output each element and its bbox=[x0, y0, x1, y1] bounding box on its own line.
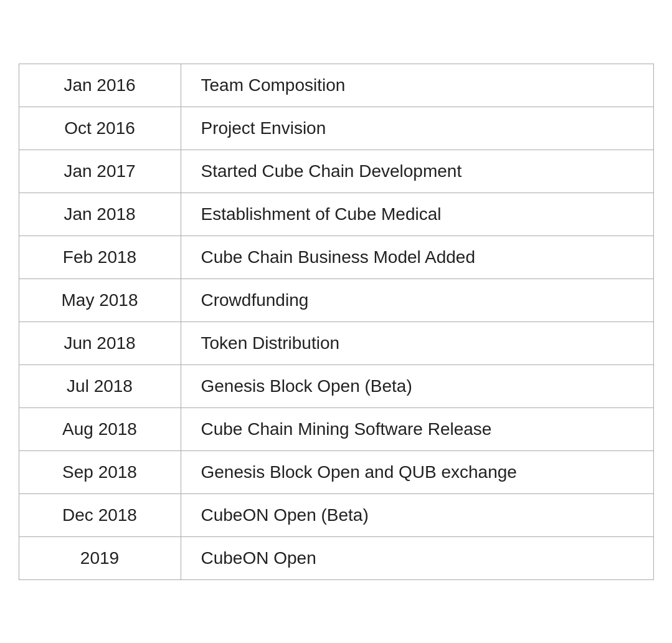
table-row: Dec 2018CubeON Open (Beta) bbox=[19, 494, 653, 537]
event-cell: Genesis Block Open (Beta) bbox=[181, 365, 653, 407]
event-cell: Token Distribution bbox=[181, 322, 653, 364]
event-cell: Started Cube Chain Development bbox=[181, 150, 653, 193]
table-row: Jan 2018Establishment of Cube Medical bbox=[19, 193, 653, 236]
table-row: May 2018Crowdfunding bbox=[19, 279, 653, 322]
event-cell: Team Composition bbox=[181, 64, 653, 107]
date-cell: Jun 2018 bbox=[19, 322, 181, 364]
table-row: Jun 2018Token Distribution bbox=[19, 322, 653, 365]
table-row: Aug 2018Cube Chain Mining Software Relea… bbox=[19, 408, 653, 451]
date-cell: 2019 bbox=[19, 537, 181, 579]
event-cell: CubeON Open (Beta) bbox=[181, 494, 653, 536]
date-cell: Jan 2018 bbox=[19, 193, 181, 236]
table-row: 2019CubeON Open bbox=[19, 537, 653, 579]
event-cell: Project Envision bbox=[181, 107, 653, 150]
table-row: Oct 2016Project Envision bbox=[19, 107, 653, 150]
event-cell: Cube Chain Mining Software Release bbox=[181, 408, 653, 450]
event-cell: Cube Chain Business Model Added bbox=[181, 236, 653, 279]
date-cell: Jan 2017 bbox=[19, 150, 181, 193]
event-cell: Genesis Block Open and QUB exchange bbox=[181, 451, 653, 493]
table-row: Jul 2018Genesis Block Open (Beta) bbox=[19, 365, 653, 408]
event-cell: Crowdfunding bbox=[181, 279, 653, 322]
roadmap-table: Jan 2016Team CompositionOct 2016Project … bbox=[19, 64, 654, 580]
date-cell: May 2018 bbox=[19, 279, 181, 322]
date-cell: Jul 2018 bbox=[19, 365, 181, 407]
date-cell: Aug 2018 bbox=[19, 408, 181, 450]
date-cell: Sep 2018 bbox=[19, 451, 181, 493]
table-row: Sep 2018Genesis Block Open and QUB excha… bbox=[19, 451, 653, 494]
date-cell: Jan 2016 bbox=[19, 64, 181, 107]
date-cell: Dec 2018 bbox=[19, 494, 181, 536]
event-cell: Establishment of Cube Medical bbox=[181, 193, 653, 236]
table-row: Feb 2018Cube Chain Business Model Added bbox=[19, 236, 653, 279]
table-row: Jan 2017Started Cube Chain Development bbox=[19, 150, 653, 193]
date-cell: Oct 2016 bbox=[19, 107, 181, 150]
event-cell: CubeON Open bbox=[181, 537, 653, 579]
date-cell: Feb 2018 bbox=[19, 236, 181, 279]
table-row: Jan 2016Team Composition bbox=[19, 64, 653, 107]
